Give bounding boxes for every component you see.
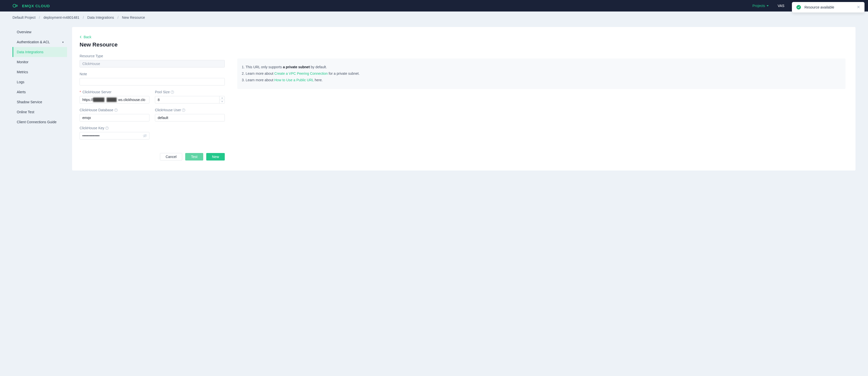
sidebar-item-alerts[interactable]: Alerts xyxy=(12,87,67,97)
help-icon[interactable]: ? xyxy=(171,91,174,94)
input-resource-type xyxy=(80,60,225,68)
label-server: * ClickHouse Server xyxy=(80,90,149,94)
help-icon[interactable]: ? xyxy=(105,127,108,130)
breadcrumb: Default Project / deployment-m4801481 / … xyxy=(0,11,868,22)
brand-logo[interactable]: EMQX CLOUD xyxy=(12,3,50,8)
input-note[interactable] xyxy=(80,78,225,86)
toast-message: Resource available xyxy=(804,5,854,9)
label-user: ClickHouse User ? xyxy=(155,108,225,112)
breadcrumb-current: New Resource xyxy=(122,15,145,20)
link-vpc-peering[interactable]: Create a VPC Peering Connection xyxy=(274,71,328,75)
info-panel: 1. This URL only supports a private subn… xyxy=(237,59,845,89)
redacted-segment xyxy=(106,98,117,102)
stepper-up[interactable]: ▲ xyxy=(219,96,225,100)
check-circle-icon xyxy=(797,5,801,9)
help-icon[interactable]: ? xyxy=(182,108,185,112)
back-link[interactable]: Back xyxy=(80,35,91,39)
brand-text: EMQX CLOUD xyxy=(22,4,50,8)
new-button[interactable]: New xyxy=(206,153,225,161)
test-button[interactable]: Test xyxy=(185,153,203,161)
redacted-segment xyxy=(93,98,104,102)
input-clickhouse-key[interactable] xyxy=(80,132,149,139)
svg-point-0 xyxy=(13,4,16,7)
back-label: Back xyxy=(84,35,91,39)
sidebar-item-data-integrations[interactable]: Data Integrations xyxy=(12,47,67,57)
toast-close-button[interactable] xyxy=(857,5,860,9)
logo-icon xyxy=(12,3,20,8)
input-clickhouse-user[interactable] xyxy=(155,114,225,122)
label-key: ClickHouse Key ? xyxy=(80,126,149,130)
input-pool-size[interactable] xyxy=(155,96,225,103)
caret-down-icon: ▾ xyxy=(62,41,64,43)
nav-projects[interactable]: Projects xyxy=(752,4,769,8)
label-note: Note xyxy=(80,72,225,76)
input-clickhouse-database[interactable] xyxy=(80,114,149,122)
sidebar-item-shadow[interactable]: Shadow Service xyxy=(12,97,67,107)
label-resource-type: Resource Type xyxy=(80,54,225,58)
label-database: ClickHouse Database ? xyxy=(80,108,149,112)
help-icon[interactable]: ? xyxy=(114,108,118,112)
main-card: Back New Resource Resource Type Note * xyxy=(72,27,856,171)
page-title: New Resource xyxy=(80,41,848,48)
sidebar-item-logs[interactable]: Logs xyxy=(12,77,67,87)
form-area: Resource Type Note * ClickHouse Server xyxy=(80,54,225,161)
sidebar-item-monitor[interactable]: Monitor xyxy=(12,57,67,67)
sidebar-item-ccg[interactable]: Client Connections Guide xyxy=(12,117,67,127)
breadcrumb-deployment[interactable]: deployment-m4801481 xyxy=(43,15,79,20)
toast-resource-available: Resource available xyxy=(792,2,865,12)
sidebar-item-auth[interactable]: Authentication & ACL ▾ xyxy=(12,37,67,47)
sidebar-item-overview[interactable]: Overview xyxy=(12,27,67,37)
stepper-down[interactable]: ▼ xyxy=(219,100,225,104)
cancel-button[interactable]: Cancel xyxy=(160,153,182,161)
nav-vas[interactable]: VAS xyxy=(778,4,784,8)
sidebar: Overview Authentication & ACL ▾ Data Int… xyxy=(12,27,67,127)
breadcrumb-project[interactable]: Default Project xyxy=(12,15,35,20)
nav-projects-label: Projects xyxy=(752,4,765,8)
link-public-url[interactable]: How to Use a Public URL xyxy=(274,78,314,82)
sidebar-item-metrics[interactable]: Metrics xyxy=(12,67,67,77)
caret-down-icon xyxy=(767,5,769,6)
top-nav: EMQX CLOUD Projects VAS Subaccounts Bill… xyxy=(0,0,868,11)
sidebar-item-online-test[interactable]: Online Test xyxy=(12,107,67,117)
breadcrumb-section[interactable]: Data Integrations xyxy=(87,15,114,20)
label-pool-size: Pool Size ? xyxy=(155,90,225,94)
eye-toggle-icon[interactable] xyxy=(143,134,147,138)
